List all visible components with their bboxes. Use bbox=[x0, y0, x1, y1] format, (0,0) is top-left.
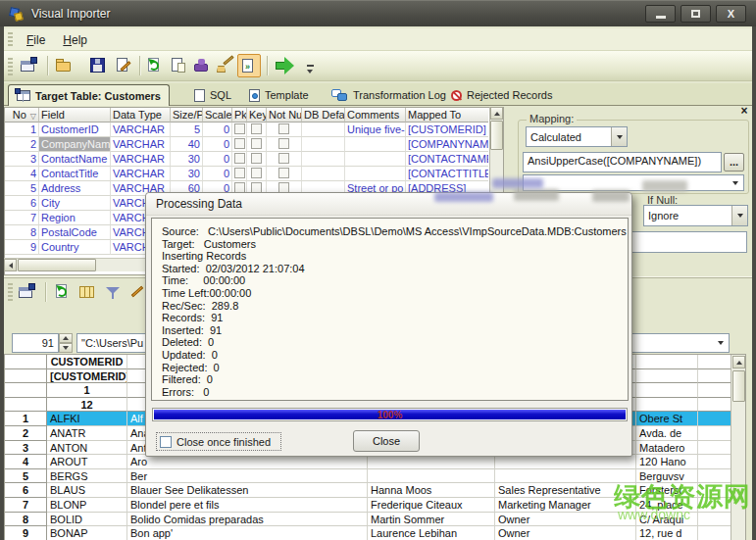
cell-extra bbox=[698, 526, 731, 540]
copy-button[interactable] bbox=[167, 54, 190, 77]
column-header[interactable]: Not Null bbox=[267, 108, 302, 123]
extra-header[interactable] bbox=[698, 383, 731, 398]
field-row[interactable]: 1 CustomerID VARCHAR 5 0 Unique five- [C… bbox=[5, 123, 503, 137]
customerid-header[interactable]: [CUSTOMERID] bbox=[47, 369, 127, 384]
edit-button[interactable] bbox=[112, 54, 135, 77]
field-row[interactable]: 4 ContactTitle VARCHAR 30 0 [CONTACTTITL… bbox=[5, 167, 503, 181]
dialog-close-button[interactable]: Close bbox=[353, 430, 420, 452]
checkbox-icon[interactable] bbox=[160, 436, 172, 448]
preview-filter-button[interactable] bbox=[102, 280, 126, 304]
column-header[interactable]: Field bbox=[39, 108, 111, 123]
refresh-button[interactable] bbox=[143, 54, 167, 77]
pk-checkbox[interactable] bbox=[234, 153, 245, 164]
toolbar-overflow-icon[interactable] bbox=[306, 64, 316, 75]
menu-item[interactable]: File bbox=[24, 32, 48, 48]
dropdown-button[interactable] bbox=[713, 334, 729, 352]
customerid-header[interactable]: CUSTOMERID bbox=[47, 355, 127, 369]
menu-item[interactable]: Help bbox=[60, 32, 90, 48]
column-header[interactable]: Mapped To bbox=[406, 108, 488, 123]
title-bar[interactable]: Visual Importer X bbox=[0, 0, 756, 26]
address-header[interactable] bbox=[636, 383, 698, 398]
key-checkbox[interactable] bbox=[251, 168, 262, 178]
address-header[interactable] bbox=[636, 355, 698, 369]
cell-customerid: BONAP bbox=[47, 526, 127, 540]
cell-size: 30 bbox=[171, 167, 203, 181]
close-button[interactable]: X bbox=[716, 5, 746, 23]
log-line: Updated: 0 bbox=[162, 349, 628, 362]
mapping-panel-close-icon[interactable]: × bbox=[737, 105, 751, 119]
watermark-url: www.downc bbox=[618, 507, 690, 522]
column-header[interactable]: Key bbox=[247, 108, 267, 123]
scroll-up-icon[interactable] bbox=[732, 356, 745, 368]
if-null-select[interactable]: Ignore bbox=[643, 205, 748, 226]
close-once-finished-option[interactable]: Close once finished bbox=[156, 432, 281, 451]
tab-rejected-records[interactable]: Rejected Records bbox=[443, 84, 560, 106]
open-button[interactable] bbox=[53, 54, 76, 77]
pk-checkbox[interactable] bbox=[234, 123, 245, 134]
tab-sql[interactable]: SQL bbox=[186, 84, 239, 106]
clean-button[interactable] bbox=[190, 54, 214, 77]
customerid-header[interactable]: 1 bbox=[47, 383, 127, 398]
spin-down-icon[interactable] bbox=[59, 343, 73, 353]
preview-properties-button[interactable] bbox=[16, 280, 39, 304]
field-row[interactable]: 3 ContactName VARCHAR 30 0 [CONTACTNAME] bbox=[5, 152, 503, 167]
column-header[interactable]: Size/Pr bbox=[171, 108, 203, 123]
key-checkbox[interactable] bbox=[251, 138, 262, 149]
expression-input[interactable]: AnsiUpperCase([COMPANYNAME]) bbox=[523, 152, 722, 172]
chevron-down-icon bbox=[617, 135, 623, 139]
preview-row[interactable]: 4 AROUT Aro 120 Hano bbox=[5, 455, 745, 469]
notnull-checkbox[interactable] bbox=[278, 138, 289, 149]
run-button[interactable] bbox=[273, 54, 300, 77]
minimize-button[interactable] bbox=[645, 5, 676, 23]
expression-ellipsis-button[interactable]: ... bbox=[724, 153, 744, 172]
progress-label: 100% bbox=[153, 409, 627, 422]
column-header[interactable]: Pk bbox=[232, 108, 247, 123]
scroll-left-icon[interactable] bbox=[4, 259, 17, 271]
cell-row-number: 2 bbox=[5, 426, 47, 441]
customerid-header[interactable]: 12 bbox=[47, 398, 127, 413]
execute-button[interactable]: » bbox=[237, 54, 261, 77]
extra-header[interactable] bbox=[698, 355, 731, 369]
preview-refresh-button[interactable] bbox=[51, 280, 75, 304]
preview-row[interactable]: 9 BONAP Bon app' Laurence Lebihan Owner … bbox=[5, 526, 745, 540]
mapping-type-select[interactable]: Calculated bbox=[526, 126, 628, 147]
spin-up-icon[interactable] bbox=[59, 333, 73, 343]
notnull-checkbox[interactable] bbox=[278, 168, 289, 178]
tab-transformation-log[interactable]: Transformation Log bbox=[324, 84, 454, 106]
vscroll-thumb[interactable] bbox=[490, 121, 503, 150]
column-header[interactable]: Scale bbox=[203, 108, 232, 123]
extra-header[interactable] bbox=[698, 398, 731, 413]
dropdown-button[interactable] bbox=[731, 206, 747, 225]
notnull-checkbox[interactable] bbox=[278, 153, 289, 164]
address-header[interactable] bbox=[636, 369, 698, 384]
scroll-up-icon[interactable] bbox=[490, 107, 503, 120]
key-checkbox[interactable] bbox=[251, 153, 262, 164]
hscroll-thumb[interactable] bbox=[18, 259, 96, 271]
maximize-button[interactable] bbox=[680, 5, 711, 23]
pk-checkbox[interactable] bbox=[234, 138, 245, 149]
tab-target-table[interactable]: Target Table: Customers bbox=[8, 84, 170, 106]
cell-scale: 0 bbox=[203, 123, 232, 137]
dropdown-button[interactable] bbox=[728, 175, 743, 190]
extra-header[interactable] bbox=[698, 369, 731, 384]
run-icon bbox=[284, 57, 294, 74]
column-header[interactable]: DB Default bbox=[302, 108, 345, 123]
vscroll-thumb[interactable] bbox=[732, 370, 745, 402]
save-button[interactable] bbox=[86, 54, 110, 77]
column-header[interactable]: No▽ bbox=[5, 108, 39, 123]
preview-columns-button[interactable] bbox=[76, 280, 100, 304]
pk-checkbox[interactable] bbox=[234, 168, 245, 178]
column-header[interactable]: Data Type bbox=[111, 108, 171, 123]
field-row[interactable]: 2 CompanyName VARCHAR 40 0 [COMPANYNAME] bbox=[5, 137, 503, 152]
address-header[interactable] bbox=[636, 398, 698, 413]
dropdown-button[interactable] bbox=[611, 127, 627, 146]
key-checkbox[interactable] bbox=[251, 123, 262, 134]
record-count-stepper[interactable] bbox=[59, 333, 73, 353]
column-header[interactable]: Comments bbox=[345, 108, 406, 123]
clear-button[interactable] bbox=[214, 54, 237, 77]
window-title: Visual Importer bbox=[31, 7, 110, 21]
tab-template[interactable]: Template bbox=[241, 84, 317, 106]
properties-button[interactable] bbox=[18, 54, 41, 77]
notnull-checkbox[interactable] bbox=[278, 123, 289, 134]
record-count-input[interactable]: 91 bbox=[12, 333, 59, 353]
